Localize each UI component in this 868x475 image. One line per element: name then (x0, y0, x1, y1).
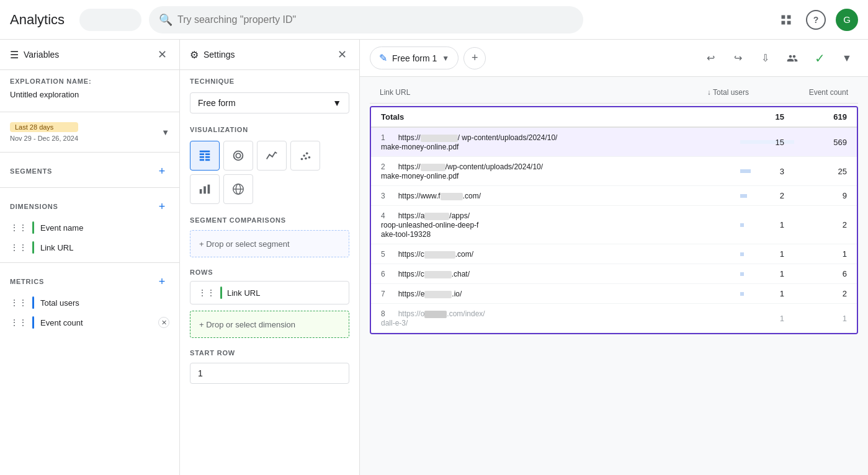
chart-header: ✎ Free form 1 ▼ + ↩ ↪ ⇩ ✓ ▼ (360, 40, 868, 77)
row-2-url: 2 https:///wp-content/uploads/2024/10/ma… (371, 157, 740, 186)
dimension-link-url-label: Link URL (40, 243, 73, 252)
account-chip[interactable] (79, 9, 141, 31)
row-link-url-item[interactable]: ⋮⋮ Link URL (190, 281, 349, 304)
svg-rect-6 (205, 153, 210, 155)
chart-panel: ✎ Free form 1 ▼ + ↩ ↪ ⇩ ✓ ▼ Lin (360, 40, 868, 475)
row-3-url: 3 https://www.f.com/ (371, 186, 740, 206)
table-row[interactable]: 1 https:/// wp-content/uploads/2024/10/m… (371, 127, 857, 157)
metric-total-users[interactable]: ⋮⋮ Total users (0, 293, 179, 313)
variables-close-button[interactable]: ✕ (154, 47, 169, 62)
pencil-icon: ✎ (379, 52, 387, 64)
drag-handle-icon: ⋮⋮ (198, 288, 215, 298)
date-range-info: Last 28 days Nov 29 - Dec 26, 2024 (10, 122, 78, 142)
row-8-url: 8 https://o.com/index/dall-e-3/ (371, 304, 740, 333)
search-icon: 🔍 (159, 13, 172, 27)
row-color-bar (220, 286, 222, 299)
help-icon[interactable]: ? (806, 10, 826, 30)
row-3-events: 9 (794, 186, 857, 206)
remove-metric-button[interactable]: ✕ (158, 317, 169, 328)
date-range-selector[interactable]: Last 28 days Nov 29 - Dec 26, 2024 ▼ (0, 117, 179, 147)
segments-label: SEGMENTS (10, 167, 52, 175)
col-total-users-header: ↓ Total users (660, 82, 759, 103)
download-button[interactable]: ⇩ (754, 47, 776, 69)
segments-section-header: SEGMENTS + (0, 158, 179, 182)
table-row[interactable]: 6 https://c.chat/ 1 6 (371, 264, 857, 284)
viz-scatter-button[interactable] (290, 141, 320, 171)
technique-label: TECHNIQUE (180, 70, 359, 87)
redo-button[interactable]: ↪ (727, 47, 749, 69)
table-row[interactable]: 2 https:///wp-content/uploads/2024/10/ma… (371, 157, 857, 186)
metric-event-count[interactable]: ⋮⋮ Event count ✕ (0, 313, 179, 332)
search-bar[interactable]: 🔍 (149, 6, 583, 33)
settings-panel-title-wrap: ⚙ Settings (190, 49, 235, 61)
app-title: Analytics (10, 12, 72, 28)
viz-donut-button[interactable] (223, 141, 253, 171)
table-row[interactable]: 7 https://e.io/ 1 2 (371, 284, 857, 304)
viz-geo-button[interactable] (223, 174, 253, 204)
viz-table-button[interactable] (190, 141, 220, 171)
row-4-users: 1 (740, 206, 794, 244)
share-button[interactable] (781, 47, 803, 69)
svg-rect-0 (782, 15, 785, 19)
undo-button[interactable]: ↩ (699, 47, 722, 69)
viz-bar-button[interactable] (190, 174, 220, 204)
tab-dropdown-icon: ▼ (442, 54, 449, 63)
table-row[interactable]: 4 https://a/apps/roop-unleashed-online-d… (371, 206, 857, 244)
add-tab-button[interactable]: + (463, 47, 486, 69)
metric-color-bar (32, 316, 34, 329)
col-link-url-header: Link URL (370, 82, 660, 103)
row-2-events: 25 (794, 157, 857, 186)
dimension-link-url[interactable]: ⋮⋮ Link URL (0, 238, 179, 257)
metric-left: ⋮⋮ Event count (10, 316, 83, 329)
visualization-grid (180, 136, 359, 209)
svg-rect-4 (200, 151, 210, 153)
check-button[interactable]: ✓ (808, 47, 831, 69)
row-6-users: 1 (740, 264, 794, 284)
svg-rect-7 (200, 156, 204, 158)
row-5-events: 1 (794, 244, 857, 264)
metric-left: ⋮⋮ Total users (10, 296, 79, 309)
settings-close-button[interactable]: ✕ (334, 47, 349, 62)
variables-icon: ☰ (10, 49, 19, 61)
grid-icon[interactable] (776, 10, 796, 30)
data-table-wrap: Totals 15 619 1 https:/// wp-content/upl… (370, 106, 858, 334)
table-row[interactable]: 3 https://www.f.com/ 2 9 (371, 186, 857, 206)
row-7-users: 1 (740, 284, 794, 304)
row-4-events: 2 (794, 206, 857, 244)
totals-event-count: 619 (794, 107, 857, 127)
totals-row: Totals 15 619 (371, 107, 857, 127)
table-row[interactable]: 8 https://o.com/index/dall-e-3/ 1 1 (371, 304, 857, 333)
viz-line-button[interactable] (257, 141, 287, 171)
drag-handle-icon: ⋮⋮ (10, 298, 27, 308)
drop-segment-zone[interactable]: + Drop or select segment (190, 230, 349, 257)
row-7-url: 7 https://e.io/ (371, 284, 740, 304)
drag-handle-icon: ⋮⋮ (10, 223, 27, 233)
segment-comparisons-label: SEGMENT COMPARISONS (180, 209, 359, 226)
add-metric-button[interactable]: + (154, 274, 169, 289)
main-layout: ☰ Variables ✕ EXPLORATION NAME: Untitled… (0, 40, 868, 475)
search-input[interactable] (177, 14, 573, 25)
dimension-event-name[interactable]: ⋮⋮ Event name (0, 218, 179, 238)
free-form-tab[interactable]: ✎ Free form 1 ▼ (370, 47, 459, 69)
drag-handle-icon: ⋮⋮ (10, 317, 27, 327)
totals-users: 15 (740, 107, 794, 127)
add-segment-button[interactable]: + (154, 164, 169, 179)
svg-point-14 (303, 154, 305, 157)
add-dimension-button[interactable]: + (154, 199, 169, 214)
table-row[interactable]: 5 https://c.com/ 1 1 (371, 244, 857, 264)
svg-rect-8 (205, 156, 210, 158)
topbar: Analytics 🔍 ? G (0, 0, 868, 40)
row-8-events: 1 (794, 304, 857, 333)
drop-dimension-zone[interactable]: + Drop or select dimension (190, 311, 349, 338)
svg-rect-9 (200, 159, 204, 161)
svg-rect-10 (205, 159, 210, 161)
row-8-users: 1 (740, 304, 794, 333)
user-avatar[interactable]: G (836, 9, 858, 31)
technique-dropdown[interactable]: Free form ▼ (190, 92, 349, 113)
start-row-input[interactable] (190, 363, 349, 384)
metric-event-count-label: Event count (40, 318, 83, 327)
more-options-button[interactable]: ▼ (836, 47, 858, 69)
row-6-url: 6 https://c.chat/ (371, 264, 740, 284)
svg-rect-3 (787, 20, 791, 24)
row-2-users: 3 (740, 157, 794, 186)
